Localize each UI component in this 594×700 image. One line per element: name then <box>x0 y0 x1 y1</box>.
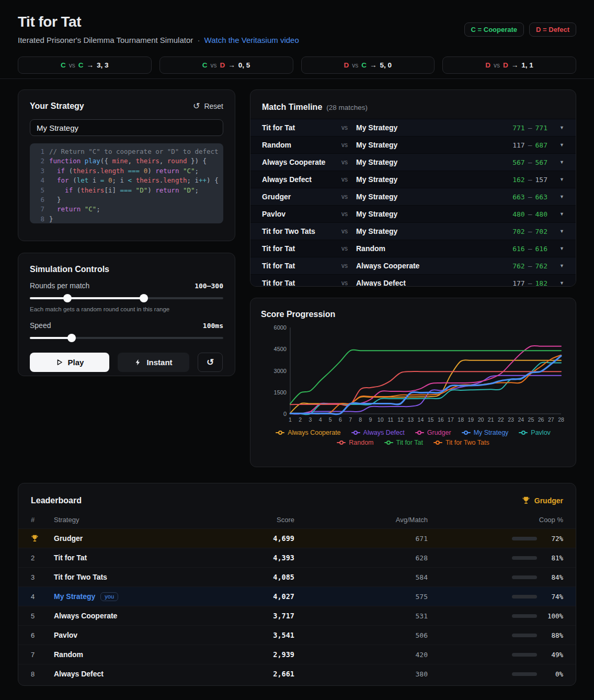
legend-item[interactable]: Tit for Two Tats <box>433 439 489 446</box>
expand-match-caret[interactable]: ▼ <box>558 229 564 234</box>
controls-title: Simulation Controls <box>30 265 223 274</box>
reset-icon: ↺ <box>193 102 200 110</box>
reset-label: Reset <box>204 102 223 110</box>
legend-marker-icon <box>337 441 346 445</box>
code-line: 2function play({ mine, theirs, round }) … <box>35 156 218 166</box>
app: Tit for Tat Iterated Prisoner's Dilemma … <box>0 0 594 700</box>
legend-item[interactable]: Grudger <box>415 429 451 436</box>
svg-text:15: 15 <box>428 416 434 423</box>
cooperate-badge: C = Cooperate <box>464 22 524 37</box>
expand-match-caret[interactable]: ▼ <box>558 246 564 251</box>
simulation-controls-panel: Simulation Controls Rounds per match 100… <box>18 253 235 376</box>
rounds-value: 100–300 <box>195 282 223 290</box>
reset-icon: ↺ <box>207 357 214 368</box>
legend-item[interactable]: Always Cooperate <box>276 429 340 436</box>
rounds-max-handle[interactable] <box>140 294 148 302</box>
leaderboard-row: 4My Strategyyou4,02757574% <box>18 586 576 606</box>
match-row[interactable]: GrudgervsMy Strategy663–663▼ <box>250 188 576 205</box>
strategy-name-input[interactable] <box>30 119 223 136</box>
leaderboard-title: Leaderboard <box>31 496 82 505</box>
legend-item[interactable]: Pavlov <box>519 429 551 436</box>
coop-progress-bar <box>512 672 537 676</box>
header-divider <box>0 78 594 79</box>
timeline-title: Match Timeline <box>262 103 322 112</box>
header: Tit for Tat Iterated Prisoner's Dilemma … <box>0 0 594 74</box>
code-line: 7 return "C"; <box>35 205 218 214</box>
match-row[interactable]: Tit for TatvsRandom616–616▼ <box>250 240 576 257</box>
match-row[interactable]: Tit for TatvsAlways Defect177–182▼ <box>250 274 576 287</box>
svg-text:20: 20 <box>478 416 484 423</box>
champion-name: Grudger <box>534 496 563 505</box>
timeline-rows: Tit for TatvsMy Strategy771–771▼Randomvs… <box>250 119 576 287</box>
expand-match-caret[interactable]: ▼ <box>558 177 564 182</box>
svg-text:9: 9 <box>369 416 372 423</box>
you-badge: you <box>100 592 118 601</box>
leaderboard-row: 2Tit for Tat4,39362881% <box>18 548 576 567</box>
legend-item[interactable]: Random <box>337 439 373 446</box>
champion-indicator: Grudger <box>522 496 563 505</box>
coop-progress-bar <box>512 595 537 599</box>
legend-item[interactable]: My Strategy <box>462 429 509 436</box>
svg-text:12: 12 <box>397 416 404 423</box>
leaderboard-row: 8Always Defect2,6613800% <box>18 664 576 683</box>
series-line-tit-for-tat <box>290 350 561 404</box>
match-row[interactable]: Tit for TatvsAlways Cooperate762–762▼ <box>250 257 576 274</box>
speed-handle[interactable] <box>67 334 76 342</box>
chart-title: Score Progression <box>261 310 565 319</box>
expand-match-caret[interactable]: ▼ <box>558 160 564 165</box>
svg-text:25: 25 <box>528 416 534 423</box>
legend-marker-icon <box>433 441 442 445</box>
leaderboard-row: 7Random2,93942049% <box>18 645 576 664</box>
match-row[interactable]: Tit for Two TatsvsMy Strategy702–702▼ <box>250 222 576 240</box>
svg-text:13: 13 <box>407 416 414 423</box>
slider-fill <box>30 297 144 299</box>
leaderboard-row: Grudger4,69967172% <box>18 528 576 548</box>
reset-strategy-button[interactable]: ↺ Reset <box>193 102 223 110</box>
svg-text:0: 0 <box>283 411 287 417</box>
svg-text:3000: 3000 <box>274 368 287 374</box>
instant-button[interactable]: Instant <box>118 353 189 372</box>
play-label: Play <box>68 358 84 367</box>
svg-text:17: 17 <box>448 416 454 423</box>
svg-text:8: 8 <box>359 416 362 423</box>
reset-simulation-button[interactable]: ↺ <box>198 353 223 372</box>
subtitle: Iterated Prisoner's Dilemma Tournament S… <box>18 36 576 44</box>
score-progression-panel: Score Progression 0150030004500600012345… <box>250 298 576 467</box>
strategy-code-editor[interactable]: 1// Return "C" to cooperate or "D" to de… <box>30 143 223 223</box>
svg-text:24: 24 <box>518 416 524 423</box>
match-row[interactable]: Tit for TatvsMy Strategy771–771▼ <box>250 119 576 136</box>
svg-text:21: 21 <box>488 416 494 423</box>
series-line-pavlov <box>290 362 561 414</box>
svg-text:19: 19 <box>467 416 474 423</box>
match-row[interactable]: PavlovvsMy Strategy480–480▼ <box>250 205 576 222</box>
subtitle-text: Iterated Prisoner's Dilemma Tournament S… <box>18 36 193 44</box>
coop-progress-bar <box>512 634 537 637</box>
speed-slider[interactable] <box>30 334 223 342</box>
play-button[interactable]: Play <box>30 353 109 372</box>
legend-item[interactable]: Always Defect <box>351 429 405 436</box>
legend-item[interactable]: Tit for Tat <box>384 439 423 446</box>
match-row[interactable]: Always CooperatevsMy Strategy567–567▼ <box>250 153 576 171</box>
svg-text:10: 10 <box>378 416 384 423</box>
expand-match-caret[interactable]: ▼ <box>558 211 564 217</box>
rounds-min-handle[interactable] <box>63 294 72 302</box>
expand-match-caret[interactable]: ▼ <box>558 280 564 286</box>
legend-marker-icon <box>519 431 528 435</box>
rounds-range-slider[interactable] <box>30 294 223 302</box>
lightning-icon <box>134 358 142 366</box>
payoff-box: CvsC→3, 3 <box>18 57 152 74</box>
svg-text:26: 26 <box>538 416 544 423</box>
expand-match-caret[interactable]: ▼ <box>558 263 564 268</box>
match-row[interactable]: Always DefectvsMy Strategy162–157▼ <box>250 171 576 188</box>
svg-text:5: 5 <box>329 416 332 423</box>
column-header: Score <box>211 516 294 524</box>
expand-match-caret[interactable]: ▼ <box>558 194 564 199</box>
svg-text:22: 22 <box>498 416 504 423</box>
veritasium-link[interactable]: Watch the Veritasium video <box>204 36 299 44</box>
expand-match-caret[interactable]: ▼ <box>558 125 564 130</box>
column-header: # <box>31 516 54 524</box>
expand-match-caret[interactable]: ▼ <box>558 142 564 148</box>
column-header: Avg/Match <box>294 516 428 524</box>
match-row[interactable]: RandomvsMy Strategy117–687▼ <box>250 136 576 153</box>
score-progression-chart: 0150030004500600012345678910111213141516… <box>271 323 565 428</box>
